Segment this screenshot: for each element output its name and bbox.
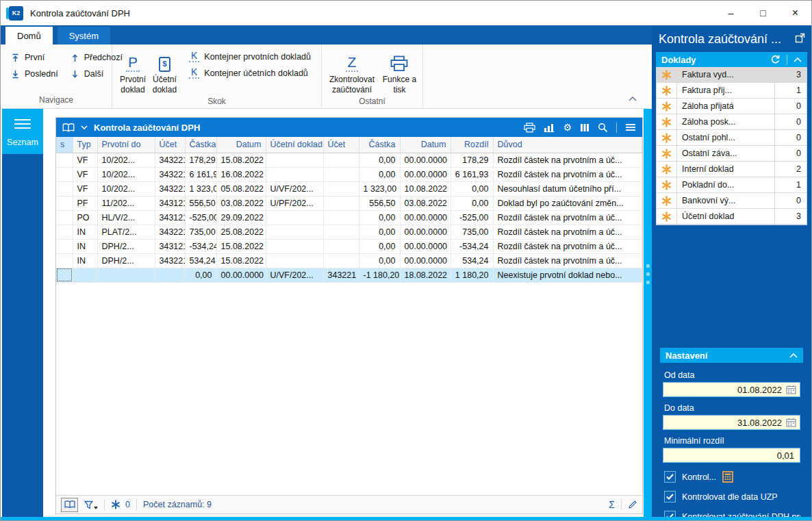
- calendar-button[interactable]: [786, 418, 796, 427]
- document-type-row[interactable]: Faktura přij... 1: [657, 83, 807, 99]
- cell-s[interactable]: [56, 167, 73, 181]
- checkbox-checked-icon[interactable]: [664, 471, 676, 483]
- cell-duvod[interactable]: Rozdíl částek na prvotním a úč...: [493, 253, 642, 268]
- cell-ucet2[interactable]: 343221: [323, 268, 359, 282]
- sum-button[interactable]: Σ: [609, 499, 615, 510]
- primary-document-button[interactable]: P Prvotní doklad: [116, 48, 149, 95]
- table-row[interactable]: IN DPH/2... 343221 534,24 15.08.2022 0,0…: [56, 253, 642, 268]
- cell-datum2[interactable]: 00.00.0000: [400, 167, 451, 181]
- calculator-icon[interactable]: [722, 471, 733, 483]
- cell-ucet2[interactable]: [323, 210, 359, 225]
- cell-castka[interactable]: 534,24: [185, 253, 216, 268]
- cell-prvotni-doklad[interactable]: HL/V/2...: [97, 210, 155, 225]
- cell-castka[interactable]: 6 161,93: [185, 167, 216, 181]
- cell-s[interactable]: [56, 239, 73, 253]
- cell-typ[interactable]: PF: [73, 196, 97, 210]
- cell-ucet2[interactable]: [323, 239, 359, 253]
- cell-duvod[interactable]: Doklad byl po zaúčtování změn...: [493, 196, 642, 210]
- cell-ucet[interactable]: [155, 268, 185, 282]
- column-header-rozdil[interactable]: Rozdíl: [451, 137, 493, 153]
- collapse-ribbon-button[interactable]: [629, 92, 637, 104]
- chevron-up-icon[interactable]: [789, 353, 798, 358]
- cell-rozdil[interactable]: -525,00: [451, 210, 493, 225]
- cell-typ[interactable]: VF: [73, 167, 97, 181]
- cell-castka2[interactable]: 0,00: [359, 239, 400, 253]
- open-external-button[interactable]: [795, 32, 805, 47]
- last-button[interactable]: Poslední: [8, 66, 62, 82]
- column-header-datum[interactable]: Datum: [216, 137, 266, 153]
- cell-ucet[interactable]: 343221: [155, 167, 185, 181]
- cell-castka2[interactable]: 0,00: [359, 167, 400, 181]
- cell-rozdil[interactable]: 735,00: [451, 225, 493, 239]
- checkbox-checked-icon[interactable]: [664, 491, 676, 503]
- cell-s[interactable]: [56, 196, 73, 210]
- cell-datum2[interactable]: 03.08.2022: [400, 196, 451, 210]
- cell-castka2[interactable]: -1 180,20: [359, 268, 400, 282]
- cell-ucet[interactable]: 343221: [155, 225, 185, 239]
- cell-s[interactable]: [56, 181, 73, 196]
- first-button[interactable]: První: [8, 49, 62, 66]
- cell-duvod[interactable]: Rozdíl částek na prvotním a úč...: [493, 225, 642, 239]
- table-row[interactable]: VF 10/202... 343221 6 161,93 16.08.2022 …: [56, 167, 642, 181]
- cell-duvod[interactable]: Rozdíl částek na prvotním a úč...: [493, 239, 642, 253]
- cell-castka[interactable]: -525,00: [185, 210, 216, 225]
- cell-castka2[interactable]: 0,00: [359, 153, 400, 167]
- cell-datum2[interactable]: 00.00.0000: [400, 239, 451, 253]
- cell-castka[interactable]: 556,50: [185, 196, 216, 210]
- column-header-castka2[interactable]: Částka: [359, 137, 400, 153]
- book-view-button[interactable]: [61, 498, 78, 512]
- cell-s[interactable]: [56, 225, 73, 239]
- chart-icon[interactable]: [544, 123, 555, 132]
- columns-icon[interactable]: [580, 123, 589, 132]
- cell-ucet[interactable]: 343221: [155, 181, 185, 196]
- cell-castka2[interactable]: 1 323,00: [359, 181, 400, 196]
- container-primary-documents-button[interactable]: K Kontejner prvotních dokladů: [186, 51, 314, 62]
- table-row[interactable]: PF 11/202... 343121 556,50 03.08.2022 U/…: [56, 196, 642, 210]
- cell-ucet2[interactable]: [323, 153, 359, 167]
- column-header-datum2[interactable]: Datum: [400, 137, 451, 153]
- column-header-ucetni-doklad[interactable]: Účetní doklad: [266, 137, 323, 153]
- cell-prvotni-doklad[interactable]: 10/202...: [97, 181, 155, 196]
- maximize-button[interactable]: □: [747, 1, 779, 25]
- sidebar-tab-seznam[interactable]: Seznam: [2, 109, 43, 154]
- cell-ucet[interactable]: 343121: [155, 196, 185, 210]
- cell-rozdil[interactable]: -534,24: [451, 239, 493, 253]
- cell-castka[interactable]: 1 323,00: [185, 181, 216, 196]
- cell-datum[interactable]: 16.08.2022: [216, 167, 266, 181]
- cell-typ[interactable]: IN: [73, 225, 97, 239]
- from-date-field[interactable]: 01.08.2022: [663, 382, 800, 397]
- table-row[interactable]: IN PLAT/2... 343221 735,00 25.08.2022 0,…: [56, 225, 642, 239]
- cell-duvod[interactable]: Rozdíl částek na prvotním a úč...: [493, 153, 642, 167]
- cell-ucet[interactable]: 343221: [155, 253, 185, 268]
- cell-ucetni-doklad[interactable]: U/VF/202...: [266, 268, 323, 282]
- cell-ucet2[interactable]: [323, 181, 359, 196]
- doklady-section-header[interactable]: Doklady: [656, 52, 807, 67]
- cell-datum2[interactable]: 18.08.2022: [400, 268, 451, 282]
- cell-datum[interactable]: 15.08.2022: [216, 253, 266, 268]
- cell-ucetni-doklad[interactable]: [266, 167, 323, 181]
- table-row[interactable]: VF 10/202... 343221 1 323,00 05.08.2022 …: [56, 181, 642, 196]
- document-type-row[interactable]: Faktura vyd... 3: [657, 67, 807, 83]
- cell-rozdil[interactable]: 534,24: [451, 253, 493, 268]
- cell-prvotni-doklad[interactable]: [97, 268, 155, 282]
- check-posting-button[interactable]: Z Zkontrolovat zaúčtování: [326, 48, 378, 95]
- cell-typ[interactable]: [73, 268, 97, 282]
- gears-icon[interactable]: ⚙: [563, 123, 572, 132]
- cell-duvod[interactable]: Rozdíl částek na prvotním a úč...: [493, 167, 642, 181]
- cell-datum[interactable]: 29.09.2022: [216, 210, 266, 225]
- document-type-row[interactable]: Ostatní pohl... 0: [657, 130, 807, 146]
- to-date-field[interactable]: 31.08.2022: [663, 415, 800, 430]
- document-type-row[interactable]: Pokladní do... 1: [657, 177, 807, 193]
- document-type-row[interactable]: Ostatní záva... 0: [657, 146, 807, 162]
- cell-rozdil[interactable]: 178,29: [451, 153, 493, 167]
- cell-rozdil[interactable]: 6 161,93: [451, 167, 493, 181]
- cell-prvotni-doklad[interactable]: 10/202...: [97, 153, 155, 167]
- tab-system[interactable]: Systém: [58, 27, 110, 45]
- cell-ucet2[interactable]: [323, 225, 359, 239]
- cell-datum2[interactable]: 10.08.2022: [400, 181, 451, 196]
- column-header-typ[interactable]: Typ: [73, 137, 97, 153]
- frozen-rows-indicator[interactable]: 0: [111, 500, 130, 509]
- cell-datum2[interactable]: 00.00.0000: [400, 253, 451, 268]
- cell-castka2[interactable]: 556,50: [359, 196, 400, 210]
- chevron-down-icon[interactable]: [81, 125, 88, 129]
